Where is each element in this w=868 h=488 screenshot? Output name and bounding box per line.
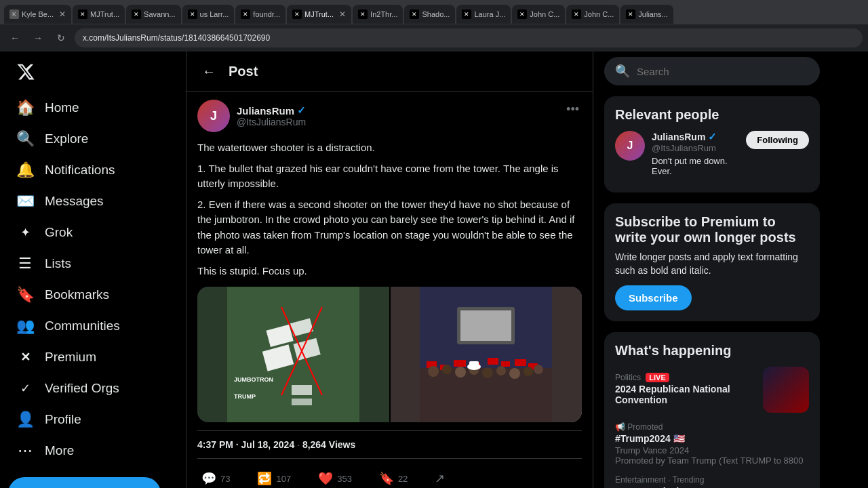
ad-icon: 📢 (615, 422, 625, 432)
share-icon: ↗ (435, 471, 445, 486)
search-icon: 🔍 (615, 64, 630, 79)
communities-icon: 👥 (16, 317, 34, 335)
like-action[interactable]: ❤️ 353 (314, 467, 356, 488)
tab-favicon-10: ✕ (517, 9, 527, 19)
sidebar-item-home[interactable]: 🏠 Home (8, 92, 178, 123)
svg-rect-15 (454, 360, 466, 367)
tab-title-3: Savann... (144, 10, 175, 18)
sidebar-item-notifications[interactable]: 🔔 Notifications (8, 155, 178, 186)
tab-11[interactable]: ✕ John C... (566, 5, 619, 24)
tab-7[interactable]: ✕ In2Thr... (353, 5, 403, 24)
wh-rnc-text: Politics LIVE 2024 Republican National C… (615, 373, 756, 407)
wh-trump-topic: #Trump2024 🇺🇸 (615, 433, 809, 444)
search-input[interactable] (637, 66, 809, 77)
tab-8[interactable]: ✕ Shado... (404, 5, 455, 24)
sidebar-label-communities: Communities (45, 319, 120, 333)
tab-6[interactable]: ✕ MJTrut... ✕ (287, 5, 351, 24)
more-icon: ⋯ (16, 442, 34, 460)
tweet-line-1: The watertower shooter is a distraction. (197, 140, 582, 156)
tab-close-1[interactable]: ✕ (59, 9, 66, 19)
tweet-images[interactable]: JUMBOTRON TRUMP (197, 287, 582, 422)
post-button[interactable]: Post (8, 477, 161, 488)
x-logo[interactable] (8, 57, 178, 89)
svg-point-30 (524, 367, 533, 376)
tab-9[interactable]: ✕ Laura J... (456, 5, 511, 24)
wh-item-trump2024[interactable]: 📢 Promoted #Trump2024 🇺🇸 Trump Vance 202… (615, 422, 809, 466)
sidebar-item-lists[interactable]: ☰ Lists (8, 248, 178, 279)
bookmark-action[interactable]: 🔖 22 (375, 467, 412, 488)
like-count: 353 (337, 474, 352, 484)
tab-12[interactable]: ✕ Julians... (620, 5, 673, 24)
sidebar-label-explore: Explore (45, 131, 88, 146)
sidebar-item-grok[interactable]: ✦ Grok (8, 217, 178, 248)
sidebar-item-verified-orgs[interactable]: ✓ Verified Orgs (8, 373, 178, 404)
tweet-image-left[interactable]: JUMBOTRON TRUMP (197, 287, 389, 422)
share-action[interactable]: ↗ (431, 467, 449, 488)
back-nav-btn[interactable]: ← (5, 28, 24, 47)
comment-action[interactable]: 💬 73 (197, 467, 234, 488)
tab-title-10: John C... (530, 10, 559, 18)
tweet-author-info: J JuliansRum ✓ @ItsJuliansRum (197, 100, 306, 132)
verified-badge: ✓ (297, 104, 306, 117)
avatar[interactable]: J (197, 100, 230, 132)
tab-favicon-7: ✕ (358, 9, 368, 19)
sidebar-item-messages[interactable]: ✉️ Messages (8, 186, 178, 217)
tweet-text: The watertower shooter is a distraction.… (197, 140, 582, 279)
home-icon: 🏠 (16, 99, 34, 117)
svg-rect-9 (292, 385, 312, 395)
retweet-action[interactable]: 🔁 107 (253, 467, 295, 488)
tab-title-12: Julians... (638, 10, 667, 18)
tab-4[interactable]: ✕ us Larr... (182, 5, 235, 24)
sidebar-item-communities[interactable]: 👥 Communities (8, 310, 178, 342)
svg-rect-17 (488, 358, 498, 365)
forward-nav-btn[interactable]: → (28, 28, 47, 47)
app-layout: 🏠 Home 🔍 Explore 🔔 Notifications ✉️ Mess… (0, 52, 868, 488)
tweet-actions: 💬 73 🔁 107 ❤️ 353 🔖 22 ↗ (197, 462, 582, 488)
tab-title-2: MJTrut... (90, 10, 119, 18)
sidebar-item-more[interactable]: ⋯ More (8, 435, 178, 466)
sidebar-item-bookmarks[interactable]: 🔖 Bookmarks (8, 279, 178, 310)
svg-point-25 (455, 367, 466, 378)
wh-item-pleshette[interactable]: Entertainment · Trending Suzanne Pleshet… (615, 475, 809, 488)
tab-close-6[interactable]: ✕ (339, 9, 346, 19)
search-bar[interactable]: 🔍 (604, 57, 820, 85)
back-button[interactable]: ← (197, 60, 220, 83)
sidebar-item-explore[interactable]: 🔍 Explore (8, 123, 178, 155)
bookmarks-icon: 🔖 (16, 286, 34, 304)
author-name: JuliansRum ✓ (237, 104, 306, 117)
comment-count: 73 (220, 474, 230, 484)
sidebar-label-lists: Lists (45, 256, 71, 271)
tab-title-7: In2Thr... (370, 10, 397, 18)
relevant-person: J JuliansRum ✓ @ItsJuliansRum Don't put … (615, 131, 809, 176)
address-bar[interactable]: x.com/ItsJuliansRum/status/1814038664501… (75, 28, 863, 47)
tab-3[interactable]: ✕ Savann... (126, 5, 180, 24)
person-info: JuliansRum ✓ @ItsJuliansRum Don't put me… (652, 131, 739, 176)
subscribe-button[interactable]: Subscribe (615, 285, 692, 310)
premium-icon: ✕ (16, 348, 34, 366)
notifications-icon: 🔔 (16, 161, 34, 179)
comment-icon: 💬 (201, 471, 216, 486)
wh-trump-ad-note: Promoted by Team Trump (Text TRUMP to 88… (615, 455, 809, 466)
tab-title-5: foundr... (253, 10, 280, 18)
following-button[interactable]: Following (746, 131, 809, 149)
tab-10[interactable]: ✕ John C... (512, 5, 565, 24)
tweet-more-button[interactable]: ••• (564, 100, 582, 119)
sidebar-item-profile[interactable]: 👤 Profile (8, 404, 178, 435)
person-name: JuliansRum ✓ (652, 131, 739, 143)
svg-rect-10 (292, 399, 312, 405)
wh-item-rnc[interactable]: Politics LIVE 2024 Republican National C… (615, 367, 809, 413)
person-verified-badge: ✓ (708, 131, 717, 143)
tab-favicon-4: ✕ (188, 9, 197, 19)
tab-title-8: Shado... (422, 10, 450, 18)
relevant-person-avatar[interactable]: J (615, 131, 645, 161)
tweet-views-count: 8,264 (302, 439, 326, 450)
tab-5[interactable]: ✕ foundr... (235, 5, 285, 24)
sidebar-label-premium: Premium (45, 350, 96, 365)
tweet-image-right[interactable] (391, 287, 583, 422)
crowd-image (391, 287, 583, 422)
tab-2[interactable]: ✕ MJTrut... (73, 5, 125, 24)
sidebar-item-premium[interactable]: ✕ Premium (8, 342, 178, 373)
tab-favicon-12: ✕ (626, 9, 635, 19)
reload-btn[interactable]: ↻ (52, 28, 71, 47)
tab-1[interactable]: K Kyle Be... ✕ (4, 5, 71, 24)
